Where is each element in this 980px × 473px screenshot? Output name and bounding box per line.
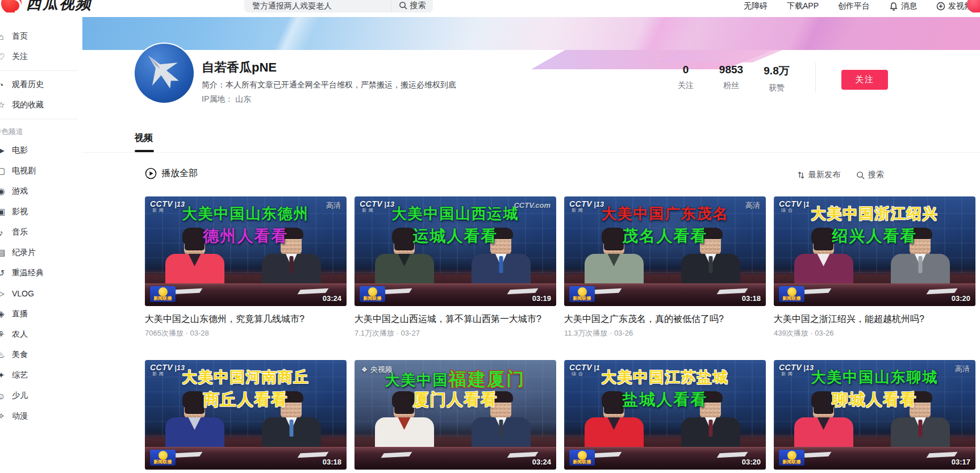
sidebar-item-label: 动漫 [12,411,28,421]
sidebar-item-label: 影视 [12,207,28,217]
nav-creator-platform[interactable]: 创作平台 [838,1,870,11]
nav-download-app-label: 下载APP [787,1,819,11]
sidebar-item-label: 游戏 [12,186,28,196]
cctv-channel-logo: CCTV|13 新闻 [569,200,604,214]
sidebar-item-label: 观看历史 [12,79,44,90]
video-thumbnail[interactable]: CCTV|1 综合 大美中国江苏盐城 盐城人看看 新闻联播 03:20 [564,360,766,470]
profile-name: 自若香瓜pNE [202,59,277,76]
xinwen-lianbo-badge: 新闻联播 [779,286,804,302]
sidebar-item[interactable]: ◔ 观看历史 [0,74,82,95]
sidebar-item[interactable]: ▷ VLOG [0,283,82,304]
video-card[interactable]: CCTV|13 新闻 CCTV.com 大美中国山西运城 运城人看看 新闻联播 … [355,196,556,338]
sidebar-item[interactable]: ♨ 美食 [0,345,82,365]
banner-gradient [82,17,980,50]
video-card[interactable]: CCTV|1 综合 大美中国江苏盐城 盐城人看看 新闻联播 03:20 [564,360,766,470]
sidebar-item[interactable]: ▤ 纪录片 [0,242,82,263]
cctv-channel-logo: CCTV|1 综合 [779,200,810,214]
sidebar-main-group: ⌂ 首页 ♡ 关注 [0,26,82,67]
cctv-channel-logo: CCTV|1 综合 [569,363,600,377]
video-thumbnail[interactable]: CCTV|13 新闻 CCTV.com 大美中国山西运城 运城人看看 新闻联播 … [355,196,556,306]
stat-following[interactable]: 0 关注 [666,64,706,93]
stat-likes-value: 9.8万 [757,64,796,78]
nav-accessibility-label: 无障碍 [744,1,768,11]
anchor-torso [472,417,531,450]
nav-accessibility[interactable]: 无障碍 [744,1,768,11]
sidebar-item[interactable]: ▢ 电视剧 [0,161,82,181]
sidebar-item[interactable]: ☺ 少儿 [0,386,82,406]
video-title[interactable]: 大美中国之山西运城，算不算山西第一大城市? [355,313,556,325]
video-card[interactable]: CCTV|13 新闻 高清 大美中国广东茂名 茂名人看看 新闻联播 03:18 [564,196,766,338]
sidebar-item[interactable]: ☆ 我的收藏 [0,95,82,115]
stat-fans[interactable]: 9853 粉丝 [711,64,751,93]
nav-download-app[interactable]: 下载APP [787,1,819,11]
anchor-tie [918,420,922,437]
video-card[interactable]: ❖央视频 大美中国福建厦门 厦门人看看 03:24 [355,360,556,470]
news-desk [355,447,556,470]
sidebar-item[interactable]: ⌂ 首页 [0,26,82,47]
sidebar-item-label: 少儿 [12,391,28,401]
sidebar-item[interactable]: ▣ 影视 [0,202,82,222]
anchor-tie [708,420,712,437]
search-icon [856,171,865,179]
sidebar-item[interactable]: ♪ 音乐 [0,222,82,242]
sidebar-item[interactable]: ◈ 直播 [0,304,82,324]
video-grid: CCTV|13 新闻 高清 大美中国山东德州 德州人看看 新闻联播 03:24 [145,196,975,470]
video-thumbnail[interactable]: CCTV|13 新闻 高清 大美中国山东德州 德州人看看 新闻联播 03:24 [145,196,347,306]
video-thumbnail[interactable]: CCTV|13 新闻 高清 大美中国广东茂名 茂名人看看 新闻联播 03:18 [564,196,766,306]
follow-button[interactable]: 关注 [841,70,888,90]
cctv-channel-logo: CCTV|13 新闻 [779,363,814,377]
video-thumbnail[interactable]: CCTV|1 综合 大美中国浙江绍兴 绍兴人看看 新闻联播 03:20 [774,196,975,306]
stat-likes[interactable]: 9.8万 获赞 [757,64,796,93]
video-card[interactable]: CCTV|13 新闻 大美中国河南商丘 商丘人看看 新闻联播 03:18 [145,360,347,470]
video-thumbnail[interactable]: CCTV|13 新闻 大美中国河南商丘 商丘人看看 新闻联播 03:18 [145,360,347,470]
food-icon: ♨ [0,350,6,360]
sidebar-divider [0,70,78,71]
anchor-collar [818,417,830,430]
stat-fans-label: 粉丝 [711,81,751,91]
sidebar-item[interactable]: ♡ 关注 [0,47,82,67]
sidebar-item-label: 关注 [12,52,28,62]
sidebar-item[interactable]: ⚘ 农人 [0,324,82,345]
search-input[interactable] [244,1,391,12]
anchor-torso [375,417,434,450]
xinwen-lianbo-badge: 新闻联播 [569,286,595,302]
video-title[interactable]: 大美中国之山东德州，究竟算几线城市? [145,313,347,325]
nav-messages[interactable]: 消息 [889,1,917,11]
sidebar-item[interactable]: ✦ 综艺 [0,365,82,386]
video-thumbnail[interactable]: ❖央视频 大美中国福建厦门 厦门人看看 03:24 [355,360,556,470]
sidebar-item[interactable]: ◉ 游戏 [0,181,82,202]
tab-videos[interactable]: 视频 [135,132,153,144]
tab-row-divider [82,152,980,153]
sidebar-channels-header: 特色频道 [0,123,82,140]
search-button[interactable]: 搜索 [391,0,433,12]
video-title[interactable]: 大美中国之浙江绍兴，能超越杭州吗? [774,313,975,325]
sidebar-item[interactable]: ▶ 电影 [0,140,82,161]
movie-icon: ▶ [0,145,6,156]
sort-button[interactable]: 最新发布 [797,170,840,180]
search-bar[interactable]: 搜索 [244,0,433,12]
anchor-torso [585,254,644,287]
play-all-button[interactable]: 播放全部 [145,168,198,179]
video-title[interactable]: 大美中国之广东茂名，真的被低估了吗? [564,313,766,325]
video-meta: 439次播放 · 03-26 [774,328,975,338]
video-card[interactable]: CCTV|13 新闻 高清 大美中国山东聊城 聊城人看看 新闻联播 03:17 [774,360,975,470]
site-logo[interactable]: 西瓜视频 [1,0,92,12]
sidebar-item[interactable]: ↺ 重温经典 [0,263,82,283]
list-toolbar: 最新发布 搜索 [797,170,884,180]
play-all-label: 播放全部 [161,168,198,179]
nav-creator-platform-label: 创作平台 [838,1,870,11]
video-card[interactable]: CCTV|13 新闻 高清 大美中国山东德州 德州人看看 新闻联播 03:24 [145,196,347,338]
list-search-button[interactable]: 搜索 [856,170,884,180]
video-thumbnail[interactable]: CCTV|13 新闻 高清 大美中国山东聊城 聊城人看看 新闻联播 03:17 [774,360,975,470]
thumbnail-overlay-line2: 商丘人看看 [145,389,347,411]
sidebar-channels-group: ▶ 电影 ▢ 电视剧 ◉ 游戏 ▣ 影视 ♪ 音乐 ▤ 纪录片 ↺ 重温经典 ▷… [0,140,82,426]
anchor-torso [891,254,950,287]
anchor-torso [375,254,434,287]
anchor-torso [794,254,853,287]
xinwen-lianbo-badge: 新闻联播 [150,450,176,466]
video-card[interactable]: CCTV|1 综合 大美中国浙江绍兴 绍兴人看看 新闻联播 03:20 [774,196,975,338]
heart-icon: ♡ [0,52,6,62]
anchor-tie [918,256,922,273]
music-icon: ♪ [0,228,6,237]
sidebar-item[interactable]: ✧ 动漫 [0,406,82,426]
